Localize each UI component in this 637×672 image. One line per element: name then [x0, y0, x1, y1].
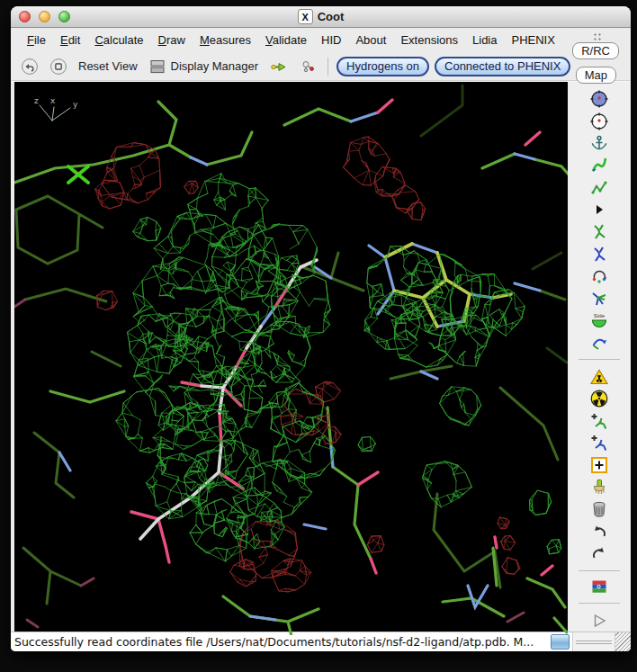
close-button[interactable]	[19, 11, 31, 22]
stop-icon	[49, 58, 67, 76]
menu-measures[interactable]: Measures	[193, 31, 258, 49]
back-icon	[21, 58, 39, 76]
status-message: Successfully read coordinates file /User…	[11, 635, 548, 649]
green-arrow-icon	[269, 58, 288, 75]
undo-icon[interactable]	[588, 522, 610, 542]
molecule-viewport[interactable]: zxy	[14, 82, 568, 635]
clear-picks-icon[interactable]	[588, 477, 610, 497]
place-atom-icon[interactable]	[588, 455, 610, 476]
redo-icon[interactable]	[588, 543, 610, 564]
ligand-builder-button[interactable]	[296, 56, 319, 77]
regularize-zone-icon[interactable]	[588, 177, 610, 198]
expand-toolbar-icon[interactable]	[588, 200, 610, 220]
zoom-button[interactable]	[58, 11, 70, 22]
reset-view-label: Reset View	[78, 59, 138, 73]
gl-canvas-container: zxy	[14, 82, 568, 632]
menubar: FileEditCalculateDrawMeasuresValidateHID…	[11, 28, 631, 52]
map-button[interactable]: Map	[576, 67, 616, 84]
add-terminal-residue-icon[interactable]	[588, 410, 610, 431]
titlebar[interactable]: X Coot	[11, 6, 631, 28]
sidebar-separator	[579, 570, 620, 571]
delete-item-icon[interactable]	[588, 499, 610, 520]
add-alt-conf-icon[interactable]	[588, 433, 610, 453]
rotamer-green-icon[interactable]	[588, 222, 610, 243]
axis-label-y: y	[73, 100, 78, 109]
map-sphere-blue-icon[interactable]	[588, 89, 610, 110]
axis-label-z: z	[34, 96, 39, 105]
statusbar-corner	[572, 632, 631, 651]
main-area: zxy Side	[11, 81, 631, 632]
play-icon[interactable]	[588, 610, 610, 631]
auto-fit-rotamer-icon[interactable]	[588, 288, 610, 309]
map-sphere-white-icon[interactable]	[588, 112, 610, 132]
resize-grip[interactable]	[615, 632, 631, 651]
side-chain-flip-icon[interactable]: Side	[588, 310, 610, 331]
menu-extensions[interactable]: Extensions	[393, 31, 465, 49]
go-forward-button[interactable]	[266, 57, 291, 76]
display-manager-button[interactable]: Display Manager	[146, 56, 262, 77]
menu-hid[interactable]: HID	[314, 31, 348, 49]
jiggle-fit-icon[interactable]	[588, 389, 610, 409]
flag-icon[interactable]	[588, 577, 610, 597]
reset-view-button[interactable]: Reset View	[76, 58, 140, 75]
menu-about[interactable]: About	[348, 31, 393, 49]
phenix-connection-button[interactable]: Connected to PHENIX	[435, 57, 570, 76]
display-manager-label: Display Manager	[171, 59, 259, 73]
hydrogens-toggle-button[interactable]: Hydrogens on	[336, 57, 429, 76]
window-title: X Coot	[11, 9, 631, 24]
status-scrollbar-thumb[interactable]	[551, 634, 570, 650]
model-refine-toolbar: Side	[568, 82, 631, 632]
window-title-text: Coot	[318, 10, 345, 23]
coot-window: X Coot FileEditCalculateDrawMeasuresVali…	[11, 6, 631, 651]
traffic-lights	[19, 11, 70, 22]
toolbar-separator	[327, 58, 328, 76]
molecule-icon	[299, 58, 317, 76]
svg-text:Side: Side	[594, 312, 606, 318]
menu-validate[interactable]: Validate	[258, 31, 314, 49]
flip-peptide-icon[interactable]	[588, 333, 610, 354]
menu-lidia[interactable]: Lidia	[465, 31, 504, 49]
rotamer-blue-icon[interactable]	[588, 244, 610, 264]
minimize-button[interactable]	[39, 11, 50, 22]
axis-label-x: x	[50, 96, 56, 105]
sidebar-separator	[579, 603, 620, 604]
rotate-translate-icon[interactable]	[588, 266, 610, 287]
menu-file[interactable]: File	[20, 31, 53, 49]
torsion-warning-icon[interactable]	[588, 366, 610, 387]
menu-draw[interactable]: Draw	[151, 31, 193, 49]
menu-edit[interactable]: Edit	[53, 31, 87, 49]
refine-zone-icon[interactable]	[588, 156, 610, 176]
rrc-button[interactable]: R/RC	[572, 42, 619, 59]
menu-phenix[interactable]: PHENIX	[504, 31, 561, 49]
stop-button[interactable]	[47, 56, 70, 77]
sidebar-separator	[579, 359, 620, 360]
status-scrollbar-track[interactable]	[573, 632, 615, 651]
anchor-icon[interactable]	[588, 133, 610, 154]
toolbar: Reset View Display Manager Hydrogens	[11, 52, 631, 81]
display-manager-icon	[148, 58, 166, 76]
back-button[interactable]	[18, 56, 41, 77]
x11-icon: X	[298, 9, 313, 24]
menu-calculate[interactable]: Calculate	[87, 31, 150, 49]
